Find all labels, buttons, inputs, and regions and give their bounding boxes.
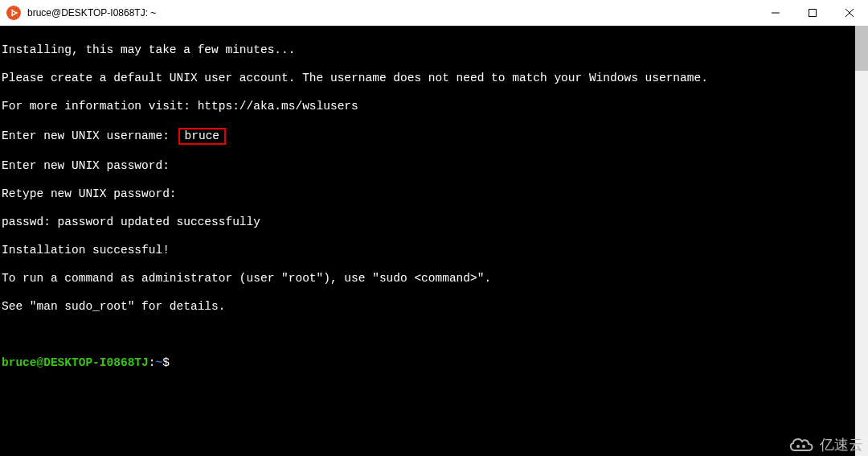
terminal-line (2, 328, 868, 343)
watermark-text: 亿速云 (820, 435, 863, 454)
terminal-line: For more information visit: https://aka.… (2, 100, 868, 114)
terminal-line: Retype new UNIX password: (2, 187, 868, 202)
close-button[interactable] (831, 0, 868, 26)
svg-point-3 (11, 10, 13, 11)
terminal-line: Installing, this may take a few minutes.… (2, 43, 868, 58)
cursor (170, 357, 176, 369)
svg-point-9 (796, 445, 800, 448)
prompt-user-host: bruce@DESKTOP-I0868TJ (2, 356, 149, 369)
prompt-path: ~ (155, 356, 162, 369)
maximize-button[interactable] (794, 0, 831, 26)
terminal[interactable]: Installing, this may take a few minutes.… (0, 26, 868, 456)
scrollbar-thumb[interactable] (855, 26, 868, 71)
terminal-line: Enter new UNIX password: (2, 159, 868, 174)
title-bar: bruce@DESKTOP-I0868TJ: ~ (0, 0, 868, 26)
terminal-line: To run a command as administrator (user … (2, 272, 868, 286)
terminal-line: Enter new UNIX username: bruce (2, 128, 868, 146)
terminal-line: Please create a default UNIX user accoun… (2, 72, 868, 86)
svg-point-2 (15, 12, 17, 14)
scrollbar-track[interactable] (855, 26, 868, 456)
terminal-line: passwd: password updated successfully (2, 216, 868, 230)
svg-rect-6 (809, 10, 817, 17)
ubuntu-icon (6, 6, 21, 20)
prompt-symbol: $ (162, 356, 170, 369)
terminal-line: Installation successful! (2, 244, 868, 258)
svg-point-10 (802, 445, 805, 448)
svg-point-4 (11, 14, 13, 16)
minimize-button[interactable] (757, 0, 794, 26)
terminal-line: See "man sudo_root" for details. (2, 300, 868, 314)
username-highlight: bruce (178, 128, 227, 146)
window-controls (757, 0, 868, 26)
watermark: 亿速云 (788, 435, 863, 454)
prompt-text: Enter new UNIX username: (2, 129, 177, 142)
prompt-line: bruce@DESKTOP-I0868TJ:~$ (2, 356, 868, 371)
window-title: bruce@DESKTOP-I0868TJ: ~ (27, 7, 156, 18)
cloud-icon (788, 436, 815, 454)
